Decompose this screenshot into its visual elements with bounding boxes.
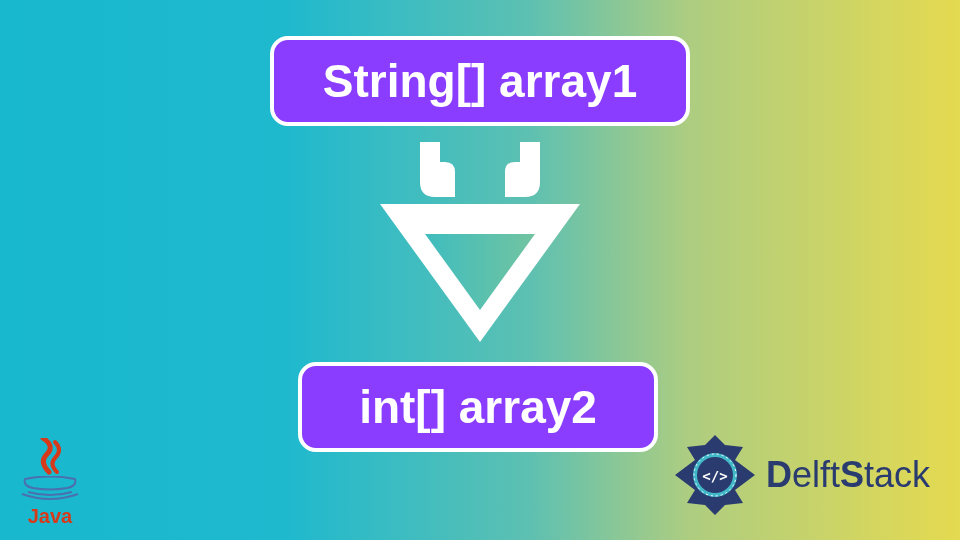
delft-tack: tack bbox=[864, 454, 930, 495]
java-steam-icon bbox=[25, 438, 75, 476]
java-logo: Java bbox=[20, 438, 80, 528]
source-type-box: String[] array1 bbox=[270, 36, 690, 126]
java-cup-icon bbox=[20, 476, 80, 501]
target-type-box: int[] array2 bbox=[298, 362, 658, 452]
svg-text:</>: </> bbox=[702, 468, 727, 484]
delftstack-emblem-icon: </> bbox=[670, 430, 760, 520]
delft-d: D bbox=[766, 454, 792, 495]
delftstack-logo-label: DelftStack bbox=[766, 454, 930, 496]
delftstack-logo: </> DelftStack bbox=[670, 430, 930, 520]
source-type-label: String[] array1 bbox=[323, 54, 637, 108]
delft-s: S bbox=[840, 454, 864, 495]
target-type-label: int[] array2 bbox=[359, 380, 597, 434]
delft-elft: elft bbox=[792, 454, 840, 495]
arrow-down-icon bbox=[380, 142, 580, 350]
java-logo-label: Java bbox=[28, 505, 73, 528]
